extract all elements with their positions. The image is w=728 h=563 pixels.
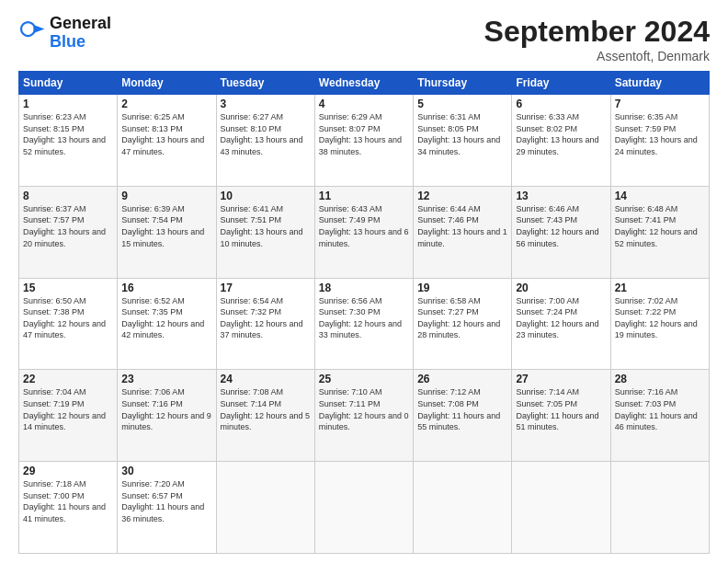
- table-row: 15 Sunrise: 6:50 AM Sunset: 7:38 PM Dayl…: [19, 278, 118, 370]
- table-row: 8 Sunrise: 6:37 AM Sunset: 7:57 PM Dayli…: [19, 186, 118, 278]
- page: General Blue September 2024 Assentoft, D…: [0, 0, 728, 563]
- table-row: 2 Sunrise: 6:25 AM Sunset: 8:13 PM Dayli…: [118, 95, 216, 187]
- day-info: Sunrise: 7:18 AM Sunset: 7:00 PM Dayligh…: [23, 478, 113, 524]
- day-number: 30: [121, 465, 211, 477]
- day-number: 15: [23, 282, 113, 294]
- day-number: 4: [319, 98, 409, 110]
- table-row: 1 Sunrise: 6:23 AM Sunset: 8:15 PM Dayli…: [19, 95, 118, 187]
- day-number: 20: [516, 282, 606, 294]
- location-subtitle: Assentoft, Denmark: [484, 49, 710, 63]
- day-number: 2: [121, 98, 211, 110]
- day-number: 23: [121, 373, 211, 385]
- day-info: Sunrise: 7:04 AM Sunset: 7:19 PM Dayligh…: [23, 386, 113, 432]
- day-number: 21: [615, 282, 705, 294]
- table-row: 20 Sunrise: 7:00 AM Sunset: 7:24 PM Dayl…: [512, 278, 610, 370]
- table-row: 27 Sunrise: 7:14 AM Sunset: 7:05 PM Dayl…: [512, 370, 610, 462]
- svg-point-0: [21, 22, 35, 36]
- day-info: Sunrise: 6:23 AM Sunset: 8:15 PM Dayligh…: [23, 111, 113, 157]
- logo-icon: [18, 19, 46, 47]
- day-info: Sunrise: 6:41 AM Sunset: 7:51 PM Dayligh…: [221, 203, 311, 249]
- table-row: 18 Sunrise: 6:56 AM Sunset: 7:30 PM Dayl…: [314, 278, 413, 370]
- col-friday: Friday: [512, 72, 610, 95]
- day-number: 22: [23, 373, 113, 385]
- logo-general: General: [50, 15, 111, 33]
- logo: General Blue: [18, 15, 111, 52]
- day-info: Sunrise: 7:02 AM Sunset: 7:22 PM Dayligh…: [615, 295, 705, 341]
- day-info: Sunrise: 6:44 AM Sunset: 7:46 PM Dayligh…: [417, 203, 507, 249]
- table-row: 17 Sunrise: 6:54 AM Sunset: 7:32 PM Dayl…: [216, 278, 314, 370]
- day-number: 11: [319, 190, 409, 202]
- header: General Blue September 2024 Assentoft, D…: [18, 15, 710, 63]
- svg-marker-1: [34, 25, 45, 33]
- table-row: 6 Sunrise: 6:33 AM Sunset: 8:02 PM Dayli…: [512, 95, 610, 187]
- day-number: 8: [23, 190, 113, 202]
- table-row: [414, 462, 512, 554]
- table-row: 5 Sunrise: 6:31 AM Sunset: 8:05 PM Dayli…: [414, 95, 512, 187]
- day-info: Sunrise: 6:52 AM Sunset: 7:35 PM Dayligh…: [121, 295, 211, 341]
- header-row: Sunday Monday Tuesday Wednesday Thursday…: [19, 72, 710, 95]
- day-number: 13: [516, 190, 606, 202]
- table-row: [512, 462, 610, 554]
- month-title: September 2024: [484, 15, 710, 49]
- day-number: 5: [417, 98, 507, 110]
- day-number: 27: [516, 373, 606, 385]
- table-row: 26 Sunrise: 7:12 AM Sunset: 7:08 PM Dayl…: [414, 370, 512, 462]
- day-number: 3: [221, 98, 311, 110]
- day-number: 29: [23, 465, 113, 477]
- table-row: 13 Sunrise: 6:46 AM Sunset: 7:43 PM Dayl…: [512, 186, 610, 278]
- table-row: 4 Sunrise: 6:29 AM Sunset: 8:07 PM Dayli…: [314, 95, 413, 187]
- day-info: Sunrise: 7:12 AM Sunset: 7:08 PM Dayligh…: [417, 386, 507, 432]
- day-number: 18: [319, 282, 409, 294]
- day-number: 9: [121, 190, 211, 202]
- day-number: 7: [615, 98, 705, 110]
- day-info: Sunrise: 6:25 AM Sunset: 8:13 PM Dayligh…: [121, 111, 211, 157]
- col-sunday: Sunday: [19, 72, 118, 95]
- table-row: 19 Sunrise: 6:58 AM Sunset: 7:27 PM Dayl…: [414, 278, 512, 370]
- day-info: Sunrise: 6:56 AM Sunset: 7:30 PM Dayligh…: [319, 295, 409, 341]
- col-saturday: Saturday: [610, 72, 709, 95]
- day-info: Sunrise: 6:43 AM Sunset: 7:49 PM Dayligh…: [319, 203, 409, 249]
- calendar-week: 8 Sunrise: 6:37 AM Sunset: 7:57 PM Dayli…: [19, 186, 710, 278]
- table-row: 29 Sunrise: 7:18 AM Sunset: 7:00 PM Dayl…: [19, 462, 118, 554]
- day-info: Sunrise: 6:31 AM Sunset: 8:05 PM Dayligh…: [417, 111, 507, 157]
- table-row: 16 Sunrise: 6:52 AM Sunset: 7:35 PM Dayl…: [118, 278, 216, 370]
- table-row: [314, 462, 413, 554]
- day-number: 1: [23, 98, 113, 110]
- table-row: 10 Sunrise: 6:41 AM Sunset: 7:51 PM Dayl…: [216, 186, 314, 278]
- day-number: 26: [417, 373, 507, 385]
- day-info: Sunrise: 6:46 AM Sunset: 7:43 PM Dayligh…: [516, 203, 606, 249]
- day-info: Sunrise: 6:27 AM Sunset: 8:10 PM Dayligh…: [221, 111, 311, 157]
- day-info: Sunrise: 7:00 AM Sunset: 7:24 PM Dayligh…: [516, 295, 606, 341]
- day-info: Sunrise: 6:37 AM Sunset: 7:57 PM Dayligh…: [23, 203, 113, 249]
- table-row: 28 Sunrise: 7:16 AM Sunset: 7:03 PM Dayl…: [610, 370, 709, 462]
- table-row: [216, 462, 314, 554]
- day-info: Sunrise: 6:33 AM Sunset: 8:02 PM Dayligh…: [516, 111, 606, 157]
- day-number: 24: [221, 373, 311, 385]
- table-row: 21 Sunrise: 7:02 AM Sunset: 7:22 PM Dayl…: [610, 278, 709, 370]
- day-info: Sunrise: 7:16 AM Sunset: 7:03 PM Dayligh…: [615, 386, 705, 432]
- day-info: Sunrise: 7:06 AM Sunset: 7:16 PM Dayligh…: [121, 386, 211, 432]
- table-row: 14 Sunrise: 6:48 AM Sunset: 7:41 PM Dayl…: [610, 186, 709, 278]
- col-thursday: Thursday: [414, 72, 512, 95]
- table-row: 25 Sunrise: 7:10 AM Sunset: 7:11 PM Dayl…: [314, 370, 413, 462]
- calendar-week: 1 Sunrise: 6:23 AM Sunset: 8:15 PM Dayli…: [19, 95, 710, 187]
- day-number: 17: [221, 282, 311, 294]
- table-row: [610, 462, 709, 554]
- day-number: 19: [417, 282, 507, 294]
- table-row: 22 Sunrise: 7:04 AM Sunset: 7:19 PM Dayl…: [19, 370, 118, 462]
- day-number: 10: [221, 190, 311, 202]
- day-number: 6: [516, 98, 606, 110]
- table-row: 12 Sunrise: 6:44 AM Sunset: 7:46 PM Dayl…: [414, 186, 512, 278]
- day-number: 14: [615, 190, 705, 202]
- day-info: Sunrise: 6:48 AM Sunset: 7:41 PM Dayligh…: [615, 203, 705, 249]
- table-row: 30 Sunrise: 7:20 AM Sunset: 6:57 PM Dayl…: [118, 462, 216, 554]
- day-number: 16: [121, 282, 211, 294]
- calendar-table: Sunday Monday Tuesday Wednesday Thursday…: [18, 71, 710, 554]
- table-row: 11 Sunrise: 6:43 AM Sunset: 7:49 PM Dayl…: [314, 186, 413, 278]
- day-info: Sunrise: 7:10 AM Sunset: 7:11 PM Dayligh…: [319, 386, 409, 432]
- table-row: 23 Sunrise: 7:06 AM Sunset: 7:16 PM Dayl…: [118, 370, 216, 462]
- logo-text: General Blue: [50, 15, 111, 52]
- day-info: Sunrise: 7:20 AM Sunset: 6:57 PM Dayligh…: [121, 478, 211, 524]
- logo-blue: Blue: [50, 33, 111, 52]
- day-number: 12: [417, 190, 507, 202]
